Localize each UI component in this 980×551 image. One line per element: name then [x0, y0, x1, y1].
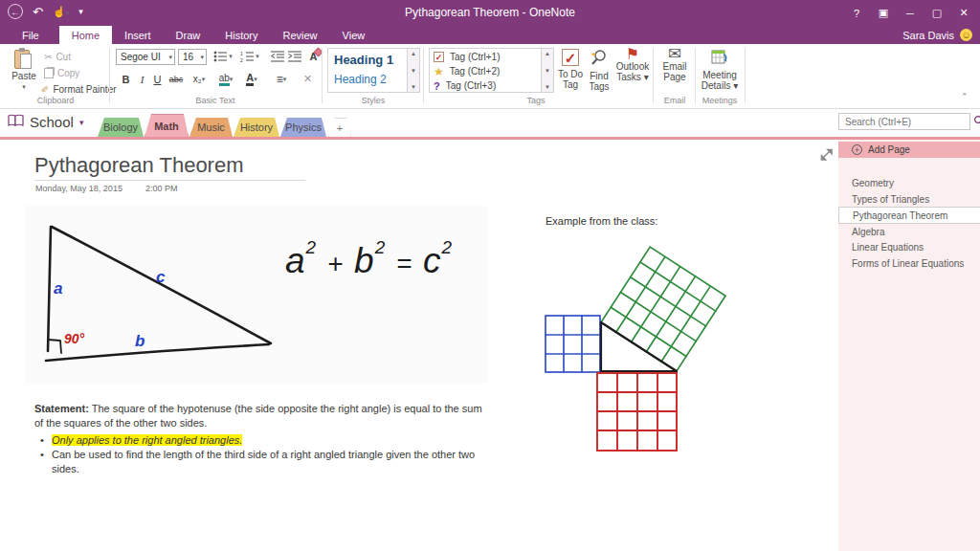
- help-button[interactable]: ?: [844, 3, 869, 24]
- page-canvas[interactable]: Pythagorean Theorem Monday, May 18, 2015…: [0, 140, 838, 551]
- add-page-button[interactable]: + Add Page: [838, 142, 980, 158]
- star-tag-icon: ★: [434, 65, 444, 78]
- statement-label: Statement:: [34, 403, 89, 414]
- section-tab-math[interactable]: Math: [145, 114, 189, 137]
- paste-button[interactable]: Paste ▾: [8, 48, 40, 92]
- email-page-button[interactable]: ✉ Email Page: [658, 49, 691, 82]
- format-painter-button[interactable]: ✐ Format Painter: [41, 84, 117, 95]
- bullet-list-icon[interactable]: ▾: [212, 49, 234, 63]
- tags-scroll[interactable]: ▲▼▼: [542, 48, 554, 93]
- search-icon: [973, 113, 980, 130]
- page-item-pythagorean-theorem[interactable]: Pythagorean Theorem: [838, 207, 980, 224]
- bullet-plain: Can be used to find the length of the th…: [40, 448, 486, 476]
- tab-home[interactable]: Home: [59, 26, 112, 44]
- todo-check-icon: ✓: [562, 49, 579, 66]
- paragraph-align-button[interactable]: ≡▾: [270, 72, 293, 86]
- tab-view[interactable]: View: [330, 26, 378, 44]
- section-tab-physics[interactable]: Physics: [280, 118, 326, 137]
- page-item-forms-of-linear-equations[interactable]: Forms of Linear Equations: [838, 255, 980, 272]
- full-page-view-icon[interactable]: [819, 147, 834, 165]
- plus-circle-icon: +: [852, 144, 862, 155]
- cut-icon: ✂: [44, 52, 52, 62]
- tab-draw[interactable]: Draw: [164, 26, 213, 44]
- section-tab-history[interactable]: History: [234, 118, 279, 137]
- page-item-algebra[interactable]: Algebra: [838, 224, 980, 240]
- magnifier-icon: ★: [590, 49, 608, 68]
- user-name: Sara Davis: [902, 30, 954, 41]
- highlight-button[interactable]: ab▾: [214, 72, 237, 86]
- notebook-nav-bar: School ▾ Biology Math Music History Phys…: [0, 109, 980, 137]
- example-label[interactable]: Example from the class:: [546, 215, 657, 227]
- paste-dropdown-icon: ▾: [22, 81, 26, 92]
- cut-button[interactable]: ✂Cut: [44, 52, 71, 62]
- tab-review[interactable]: Review: [271, 26, 330, 44]
- strikethrough-button[interactable]: abc: [167, 72, 186, 86]
- page-title[interactable]: Pythagorean Theorem: [34, 153, 244, 178]
- delete-formatting-icon[interactable]: ✕: [301, 72, 315, 86]
- styles-gallery: Heading 1 Heading 2: [327, 48, 408, 93]
- flag-icon: ⚑: [626, 49, 639, 59]
- page-time: 2:00 PM: [145, 184, 178, 193]
- triangle-label-b: b: [135, 332, 145, 350]
- statement-block[interactable]: Statement: The square of the hypotenuse …: [34, 402, 486, 476]
- maximize-button[interactable]: ▢: [924, 3, 949, 24]
- triangle-drawing: a c b 90°: [24, 206, 488, 384]
- question-tag-icon: ?: [434, 80, 440, 92]
- green-square: [601, 247, 725, 371]
- new-section-tab[interactable]: +: [328, 118, 351, 137]
- tab-history[interactable]: History: [212, 26, 270, 44]
- basic-text-group-label: Basic Text: [167, 96, 263, 105]
- account-area[interactable]: Sara Davis ☺: [902, 29, 972, 41]
- style-heading1[interactable]: Heading 1: [334, 53, 401, 67]
- onenote-window: ← ↶ ☝▾ ▾ Pythagorean Theorem - OneNote ?…: [0, 0, 980, 551]
- chevron-down-icon: ▾: [79, 118, 84, 127]
- meeting-details-button[interactable]: Meeting Details ▾: [699, 49, 741, 91]
- tag-item-3[interactable]: ? Tag (Ctrl+3): [434, 78, 537, 93]
- chevron-down-icon: ▾: [200, 54, 204, 61]
- search-input[interactable]: [843, 116, 973, 128]
- copy-button[interactable]: Copy: [44, 68, 79, 78]
- decrease-indent-icon[interactable]: [270, 49, 284, 63]
- page-item-linear-equations[interactable]: Linear Equations: [838, 239, 980, 255]
- notebook-switcher[interactable]: School ▾: [8, 114, 83, 130]
- tab-insert[interactable]: Insert: [112, 26, 164, 44]
- ribbon-display-options-icon[interactable]: ▣: [871, 3, 896, 24]
- increase-indent-icon[interactable]: [287, 49, 301, 63]
- group-divider: [322, 48, 323, 103]
- calendar-icon: [711, 49, 729, 68]
- paste-icon: [14, 48, 33, 71]
- clipboard-group-label: Clipboard: [8, 96, 103, 105]
- bullet-highlighted: Only applies to the right angled triangl…: [40, 433, 486, 448]
- section-tab-music[interactable]: Music: [189, 118, 233, 137]
- section-tab-biology[interactable]: Biology: [98, 118, 144, 137]
- outlook-tasks-button[interactable]: ⚑ Outlook Tasks ▾: [614, 49, 651, 82]
- close-button[interactable]: ✕: [951, 3, 976, 24]
- bold-button[interactable]: B: [119, 72, 133, 86]
- svg-text:★: ★: [590, 51, 596, 57]
- page-item-geometry[interactable]: Geometry: [838, 175, 980, 191]
- collapse-ribbon-icon[interactable]: ⌃: [961, 92, 969, 101]
- ribbon: Paste ▾ ✂Cut Copy ✐ Format Painter Clipb…: [0, 44, 980, 109]
- search-box[interactable]: ▾: [838, 113, 970, 130]
- clear-formatting-icon[interactable]: A: [306, 49, 321, 63]
- numbered-list-icon[interactable]: 12▾: [239, 49, 260, 63]
- page-item-types-of-triangles[interactable]: Types of Triangles: [838, 191, 980, 208]
- styles-scroll[interactable]: ▲▼▼: [408, 48, 420, 93]
- underline-button[interactable]: U: [150, 72, 165, 86]
- tag-item-1[interactable]: ✓ Tag (Ctrl+1): [434, 50, 537, 64]
- chevron-down-icon: ▾: [168, 54, 172, 61]
- todo-tag-button[interactable]: ✓ To Do Tag: [555, 49, 586, 90]
- italic-button[interactable]: I: [135, 72, 149, 86]
- smiley-avatar-icon: ☺: [960, 29, 972, 41]
- group-divider: [423, 48, 424, 103]
- style-heading2[interactable]: Heading 2: [334, 73, 401, 86]
- tab-file[interactable]: File: [10, 26, 52, 44]
- font-name-combo[interactable]: Segoe UI▾: [116, 49, 175, 65]
- font-size-combo[interactable]: 16▾: [178, 49, 207, 65]
- minimize-button[interactable]: ─: [898, 3, 923, 24]
- find-tags-button[interactable]: ★ Find Tags: [586, 49, 612, 92]
- font-color-button[interactable]: A▾: [241, 72, 262, 86]
- tag-item-2[interactable]: ★ Tag (Ctrl+2): [434, 64, 537, 78]
- subscript-button[interactable]: x₂▾: [188, 72, 211, 86]
- title-underline: [34, 180, 305, 181]
